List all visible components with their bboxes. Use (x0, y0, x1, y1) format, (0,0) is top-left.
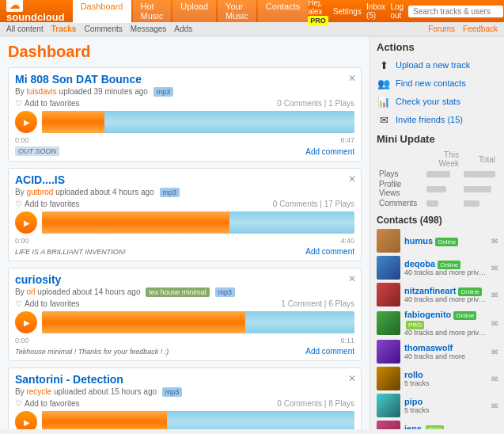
row-views-label: Profile Views (377, 179, 424, 198)
mail-icon[interactable]: ✉ (491, 428, 498, 430)
mini-update-title: Mini Update (377, 133, 498, 145)
contact-name[interactable]: humus (404, 236, 433, 246)
add-comment[interactable]: Add comment (305, 247, 354, 256)
contact-name[interactable]: nitzanfineart (404, 286, 456, 295)
search-input[interactable] (408, 6, 503, 17)
nav-tab-yourmusic[interactable]: Your Music (218, 0, 256, 23)
subnav-all[interactable]: All content (6, 25, 44, 33)
add-favorites[interactable]: ♡ Add to favorites (15, 99, 79, 108)
row-plays-total (461, 169, 498, 179)
mail-icon[interactable]: ✉ (491, 402, 498, 410)
subnav-comments[interactable]: Comments (84, 25, 122, 33)
close-button[interactable]: ✕ (348, 173, 356, 185)
track-stats: 0 Comments | 8 Plays (277, 399, 354, 408)
waveform[interactable] (42, 211, 354, 234)
play-button[interactable] (15, 311, 37, 333)
mail-icon[interactable]: ✉ (491, 237, 498, 246)
contact-icons: ✉ (491, 237, 498, 246)
time-current: 0:00 (15, 237, 29, 245)
settings-link[interactable]: Settings (333, 7, 362, 16)
avatar (377, 311, 400, 335)
nav-tab-contacts[interactable]: Contacts (258, 0, 308, 23)
logout-link[interactable]: Log out (390, 2, 404, 20)
track-stats: 0 Comments | 1 Plays (277, 99, 354, 108)
action-invite[interactable]: ✉ Invite friends (15) (377, 112, 498, 127)
contact-name[interactable]: pipo (404, 397, 423, 406)
track-title[interactable]: Mi 808 Son DAT Bounce (15, 73, 354, 86)
subnav-right: Forums Feedback (428, 25, 498, 33)
subnav-adds[interactable]: Adds (174, 25, 192, 33)
track-title[interactable]: ACID....IS (15, 173, 354, 186)
contact-name[interactable]: thomaswolf (404, 343, 453, 352)
add-favorites[interactable]: ♡ Add to favorites (15, 299, 79, 308)
track-uploader[interactable]: luisdavis (26, 87, 56, 96)
contact-item: thomaswolf 40 tracks and more ✉ (377, 340, 498, 364)
mail-icon[interactable]: ✉ (491, 291, 498, 299)
close-button[interactable]: ✕ (348, 373, 356, 384)
forums-link[interactable]: Forums (428, 25, 455, 33)
contact-item: humus Online ✉ (377, 229, 498, 253)
contact-name[interactable]: deqoba (404, 259, 435, 268)
action-contacts[interactable]: 👥 Find new contacts (377, 76, 498, 90)
time-current: 0:00 (15, 136, 29, 144)
user-greeting: Hej, alex PRO (308, 0, 328, 25)
close-button[interactable]: ✕ (348, 273, 356, 284)
track-uploader[interactable]: orl (26, 287, 35, 296)
contact-sub: 5 tracks (404, 406, 487, 414)
nav-tabs: Dashboard Hot Music Upload Your Music Co… (73, 0, 309, 23)
contact-name[interactable]: fabiogenito (404, 310, 451, 319)
avatar (377, 340, 400, 364)
mail-icon[interactable]: ✉ (491, 264, 498, 272)
mini-update: Mini Update This Week Total Plays (377, 133, 498, 208)
online-badge: Online (435, 238, 458, 246)
contact-name[interactable]: rollo (404, 370, 423, 379)
table-row: Comments (377, 198, 498, 208)
waveform[interactable] (42, 111, 354, 133)
action-stats[interactable]: 📊 Check your stats (377, 94, 498, 108)
nav-tab-hotmusic[interactable]: Hot Music (133, 0, 172, 23)
mail-icon[interactable]: ✉ (491, 348, 498, 356)
avatar (377, 229, 400, 253)
contact-sub: 40 tracks and more private tracks (404, 329, 487, 337)
mail-icon[interactable]: ✉ (491, 375, 498, 383)
avatar (377, 283, 400, 306)
header: ☁ soundcloud Dashboard Hot Music Upload … (0, 0, 504, 22)
inbox-link[interactable]: Inbox (5) (366, 2, 385, 20)
nav-tab-dashboard[interactable]: Dashboard (73, 0, 131, 23)
feedback-link[interactable]: Feedback (463, 25, 498, 33)
close-button[interactable]: ✕ (348, 73, 356, 84)
contacts-title: Contacts (498) (377, 215, 498, 226)
waveform[interactable] (42, 311, 354, 333)
track-uploader[interactable]: recycle (26, 387, 51, 396)
table-row: Plays (377, 169, 498, 179)
play-button[interactable] (15, 111, 37, 133)
track-title[interactable]: curiosity (15, 273, 354, 286)
play-button[interactable] (15, 411, 37, 429)
add-favorites[interactable]: ♡ Add to favorites (15, 399, 79, 408)
subnav-tracks[interactable]: Tracks (51, 25, 77, 33)
track-uploader[interactable]: gutbrod (26, 188, 53, 196)
waveform-fill (42, 211, 229, 234)
add-favorites[interactable]: ♡ Add to favorites (15, 200, 79, 208)
add-comment[interactable]: Add comment (305, 347, 354, 356)
mini-update-table: This Week Total Plays Profile Views (377, 150, 498, 208)
contact-item: pipo 5 tracks ✉ (377, 394, 498, 417)
action-stats-label: Check your stats (396, 97, 460, 106)
action-upload[interactable]: ⬆ Upload a new track (377, 58, 498, 72)
contact-sub: 40 tracks and more private tracks (404, 268, 487, 276)
play-button[interactable] (15, 211, 37, 234)
track-label: Tekhouse minimal ! Thanks for your feedb… (15, 348, 169, 356)
waveform[interactable] (42, 411, 354, 429)
track-title[interactable]: Santorini - Detection (15, 373, 354, 386)
contact-name[interactable]: jens (404, 424, 422, 429)
add-comment[interactable]: Add comment (305, 147, 354, 156)
contact-icons: ✉ (491, 319, 498, 328)
content: Dashboard ✕ Mi 808 Son DAT Bounce By lui… (0, 36, 369, 429)
contact-sub: 5 tracks (404, 379, 487, 387)
nav-tab-upload[interactable]: Upload (172, 0, 216, 23)
waveform-fill (42, 311, 245, 333)
track-badge: mp3 (162, 387, 183, 397)
subnav-messages[interactable]: Messages (131, 25, 167, 33)
avatar (377, 421, 400, 429)
mail-icon[interactable]: ✉ (491, 319, 498, 328)
